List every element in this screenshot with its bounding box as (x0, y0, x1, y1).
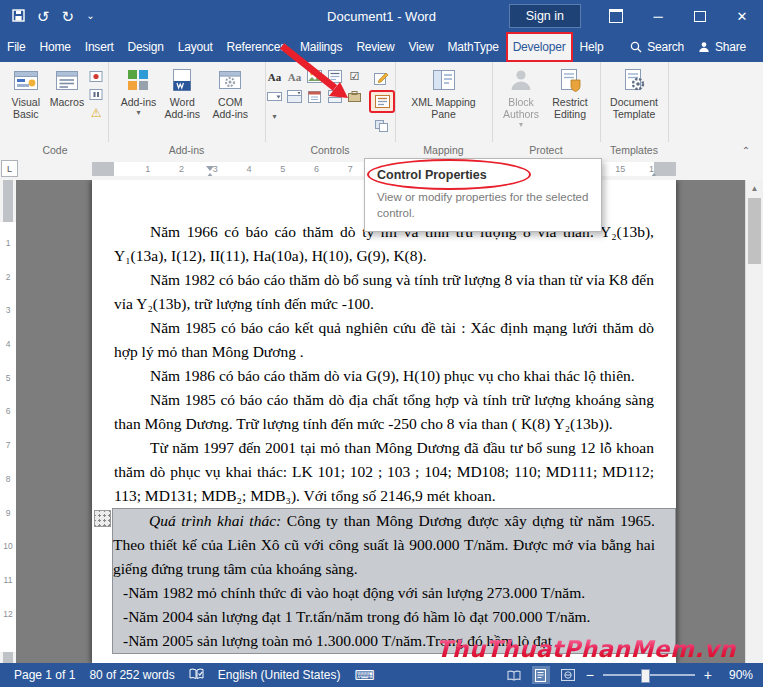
ruler-number: 1 (131, 162, 165, 176)
tab-home[interactable]: Home (33, 32, 78, 62)
content-control-handle-icon[interactable] (94, 510, 111, 527)
tab-layout[interactable]: Layout (171, 32, 220, 62)
dropdown-list-control-button[interactable] (285, 87, 304, 106)
left-indent-marker[interactable] (206, 173, 214, 176)
search-box[interactable]: Search (623, 32, 691, 62)
vertical-ruler-number: 3 (0, 305, 16, 339)
page-indicator[interactable]: Page 1 of 1 (14, 668, 75, 682)
combo-box-control-button[interactable] (265, 87, 284, 106)
share-button[interactable]: Share (691, 32, 753, 62)
tab-selector-button[interactable]: L (1, 160, 18, 177)
first-line-indent-marker[interactable] (206, 166, 214, 171)
repeating-section-control-button[interactable] (325, 87, 344, 106)
restrict-editing-button[interactable]: Restrict Editing (545, 65, 595, 122)
paragraph: Năm 1986 có báo cáo thăm dò vỉa G(9), H(… (114, 364, 654, 388)
tab-file[interactable]: File (0, 32, 33, 62)
zoom-level[interactable]: 90% (721, 668, 753, 682)
checkbox-control-button[interactable]: ☑ (345, 67, 364, 86)
vertical-scrollbar[interactable]: ▲ (745, 180, 763, 663)
proofing-icon[interactable] (189, 668, 204, 683)
vertical-ruler[interactable]: 123456789101112 (0, 180, 16, 663)
zoom-slider-thumb[interactable] (641, 669, 650, 683)
xml-mapping-pane-label: XML Mapping Pane (405, 96, 483, 120)
redo-icon[interactable]: ↻ (62, 9, 75, 24)
addins-button[interactable]: Add-ins ▾ (119, 65, 159, 119)
title-bar: ↺ ↻ ⌄ Document1 - Word Sign in ─ ✕ (0, 0, 763, 32)
visual-basic-icon (13, 67, 39, 93)
word-addins-button[interactable]: Word Add-ins (158, 65, 206, 122)
macro-security-icon[interactable]: ⚠ (88, 105, 104, 120)
ruler-number: 3 (198, 162, 232, 176)
com-addins-button[interactable]: COM Add-ins (206, 65, 254, 122)
paragraph: Từ năm 1997 đến 2001 tại mỏ than Mông Dư… (114, 436, 654, 508)
print-layout-button[interactable] (532, 666, 550, 684)
ribbon-display-options-button[interactable] (595, 0, 637, 32)
zoom-out-button[interactable]: − (586, 668, 594, 682)
xml-mapping-pane-button[interactable]: XML Mapping Pane (403, 65, 485, 122)
share-label: Share (715, 40, 746, 54)
collapse-ribbon-icon[interactable]: ⌃ (735, 144, 757, 156)
date-picker-control-button[interactable] (305, 87, 324, 106)
read-mode-button[interactable] (505, 666, 523, 684)
minimize-button[interactable]: ─ (637, 0, 679, 32)
legacy-tools-dropdown-icon[interactable]: ▾ (265, 107, 284, 126)
save-icon[interactable] (12, 9, 25, 24)
scrollbar-thumb[interactable] (748, 198, 761, 264)
vertical-ruler-numbers: 123456789101112 (0, 222, 16, 642)
document-text: Năm 1966 có báo cáo thăm dò tỷ mỉ và tín… (114, 220, 654, 654)
control-properties-tooltip: Control Properties View or modify proper… (364, 158, 602, 232)
maximize-button[interactable] (679, 0, 721, 32)
group-controls: Aa Aa ☑ (265, 62, 396, 142)
word-addins-icon (169, 67, 195, 93)
selection-line: -Năm 2004 sản lượng đạt 1 Tr.tấn/năm tro… (113, 605, 655, 629)
undo-icon[interactable]: ↺ (37, 9, 50, 24)
design-mode-button[interactable] (369, 67, 393, 88)
keyboard-icon[interactable]: ⌨ (355, 667, 375, 683)
record-macro-icon[interactable] (88, 69, 104, 84)
tab-insert[interactable]: Insert (78, 32, 121, 62)
close-button[interactable]: ✕ (721, 0, 763, 32)
block-authors-button[interactable]: Block Authors ▾ (497, 65, 545, 131)
tab-mailings[interactable]: Mailings (293, 32, 349, 62)
visual-basic-button[interactable]: Visual Basic (4, 65, 48, 122)
ruler-number: 6 (300, 162, 334, 176)
plain-text-control-button[interactable]: Aa (285, 67, 304, 86)
ruler-number: 15 (603, 162, 637, 176)
macro-tools: ⚠ (88, 69, 104, 120)
customize-qat-icon[interactable]: ⌄ (86, 11, 94, 21)
tab-mathtype[interactable]: MathType (441, 32, 506, 62)
word-count[interactable]: 80 of 252 words (89, 668, 174, 682)
tab-help[interactable]: Help (573, 32, 611, 62)
pause-recording-icon[interactable] (88, 87, 104, 102)
language-indicator[interactable]: English (United States) (218, 668, 341, 682)
document-template-label: Document Template (606, 96, 662, 120)
tab-design[interactable]: Design (121, 32, 171, 62)
zoom-slider[interactable] (603, 674, 695, 676)
group-label-controls: Controls (265, 144, 395, 156)
group-controls-button[interactable] (369, 115, 393, 136)
scroll-up-icon[interactable]: ▲ (746, 180, 763, 196)
rich-text-control-button[interactable]: Aa (265, 67, 284, 86)
web-layout-button[interactable] (559, 666, 577, 684)
macros-button[interactable]: Macros (48, 65, 86, 110)
building-block-gallery-control-button[interactable] (325, 67, 344, 86)
sign-in-button[interactable]: Sign in (509, 4, 581, 28)
tab-references[interactable]: References (220, 32, 293, 62)
selected-text-block[interactable]: Quá trình khai thác: Công ty than Mông D… (112, 508, 676, 654)
document-template-button[interactable]: Document Template (604, 65, 664, 122)
addins-dropdown-icon: ▾ (136, 109, 140, 117)
person-icon (698, 41, 710, 53)
selection-lead-paragraph: Quá trình khai thác: Công ty than Mông D… (113, 509, 655, 581)
block-authors-label: Block Authors (499, 96, 543, 120)
tab-developer[interactable]: Developer (506, 32, 573, 62)
legacy-tools-button[interactable] (345, 87, 364, 106)
tab-review[interactable]: Review (349, 32, 401, 62)
tab-view[interactable]: View (402, 32, 441, 62)
visual-basic-label: Visual Basic (6, 96, 46, 120)
picture-control-button[interactable] (305, 67, 324, 86)
zoom-in-button[interactable]: + (704, 668, 712, 682)
right-indent-marker[interactable] (650, 173, 658, 176)
document-page[interactable]: Năm 1966 có báo cáo thăm dò tỷ mỉ và tín… (92, 180, 676, 663)
control-properties-button[interactable] (369, 90, 395, 113)
com-addins-icon (217, 67, 243, 93)
